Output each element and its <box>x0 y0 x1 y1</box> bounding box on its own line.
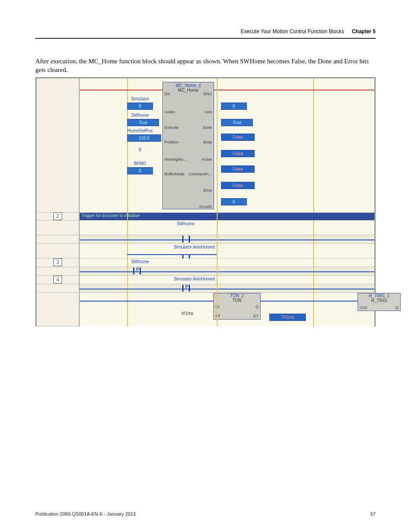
out-done: True <box>221 119 253 126</box>
rtrig-instance: R_TRIG_1 <box>358 293 400 298</box>
chapter-label: Chapter 5 <box>352 28 376 34</box>
rung4-axishomed-label: Simulator.AxisHomed <box>160 277 229 281</box>
ton-pt-val: t#1ms <box>170 311 205 316</box>
port-buffermode: BufferMode <box>165 172 184 176</box>
port-axis: Axis <box>205 110 212 114</box>
ton-block: TON_1 TON IN Q PT ET <box>213 293 261 320</box>
port-busy: Busy <box>203 140 212 144</box>
rung2-cell: 2 <box>37 213 80 221</box>
port-eno: ENO <box>203 92 212 96</box>
port-homing: HomingMo... <box>165 157 187 162</box>
rung2-swhome-label: SWhome <box>160 221 212 226</box>
port-axisin: AxisIn <box>165 110 175 114</box>
rtrig-q: Q <box>395 305 399 310</box>
port-done: Done <box>202 125 212 130</box>
rung-cell <box>37 78 80 213</box>
ladder-diagram: MC_Home_1 MC_Home EN ENO AxisIn Axis Exe… <box>35 77 376 327</box>
rtrig-type: R_TRIG <box>358 298 400 303</box>
rtrig-block: R_TRIG_1 R_TRIG CLK Q <box>358 293 401 311</box>
ton-et-val: T#1ms <box>269 314 306 321</box>
port-execute: Execute <box>165 125 179 130</box>
page-number: 57 <box>371 511 376 516</box>
rung2-axishomed-label: Simulator.AxisHomed <box>160 245 229 249</box>
in-bfmd-value: 0 <box>127 167 153 174</box>
mc-home-instance: MC_Home_1 <box>163 82 214 88</box>
out-error: False <box>221 182 255 189</box>
rung3-num: 3 <box>53 258 62 266</box>
port-en: EN <box>165 92 170 96</box>
out-axis: 0 <box>221 103 247 110</box>
in-swhome-value: True <box>127 119 159 126</box>
rung4-num: 4 <box>53 276 62 283</box>
port-active: Active <box>201 157 212 162</box>
rung2-num: 2 <box>53 212 62 220</box>
in-simulator-value: 0 <box>127 103 153 110</box>
out-errorid: 0 <box>221 198 247 205</box>
ton-pt: PT <box>215 314 221 318</box>
rung3-contact: P <box>133 268 141 274</box>
in-bfmd-label: BFMD <box>114 161 166 166</box>
in-homesetpos-value: 110.0 <box>127 134 161 142</box>
publication-id: Publication 2080-QS001A-EN-E - January 2… <box>35 511 136 516</box>
ton-q: Q <box>255 305 258 309</box>
ton-in: IN <box>215 305 219 309</box>
intro-text: After execution, the MC_Home function bl… <box>35 57 376 75</box>
out-active: False <box>221 150 255 157</box>
ton-instance: TON_1 <box>214 293 260 298</box>
in-swhome-label: SWhome <box>114 113 166 118</box>
in-homesetpos-label: HomeSetPos <box>114 128 166 133</box>
out-commanda: False <box>221 165 255 173</box>
port-position: Position <box>165 140 178 144</box>
rung3-swhome-label: SWhome <box>114 259 166 264</box>
mc-home-block: MC_Home_1 MC_Home EN ENO AxisIn Axis Exe… <box>162 82 214 209</box>
rung4-contact: P <box>182 285 190 292</box>
port-error: Error <box>203 188 212 193</box>
ton-type: TON <box>214 298 260 303</box>
in-simulator-label: Simulator <box>114 96 166 101</box>
port-commanda: CommandA... <box>188 172 212 176</box>
out-busy: False <box>221 134 255 141</box>
breadcrumb: Execute Your Motion Control Function Blo… <box>241 28 344 34</box>
rung2-contact1 <box>182 236 190 243</box>
rtrig-clk: CLK <box>360 305 367 310</box>
port-errorid: ErrorID <box>199 205 212 209</box>
header-rule <box>35 38 376 39</box>
rung2-note: Trigger for Encoder to initialise <box>81 213 140 218</box>
in-zero-label: 0 <box>114 147 166 152</box>
ton-et: ET <box>253 314 258 318</box>
